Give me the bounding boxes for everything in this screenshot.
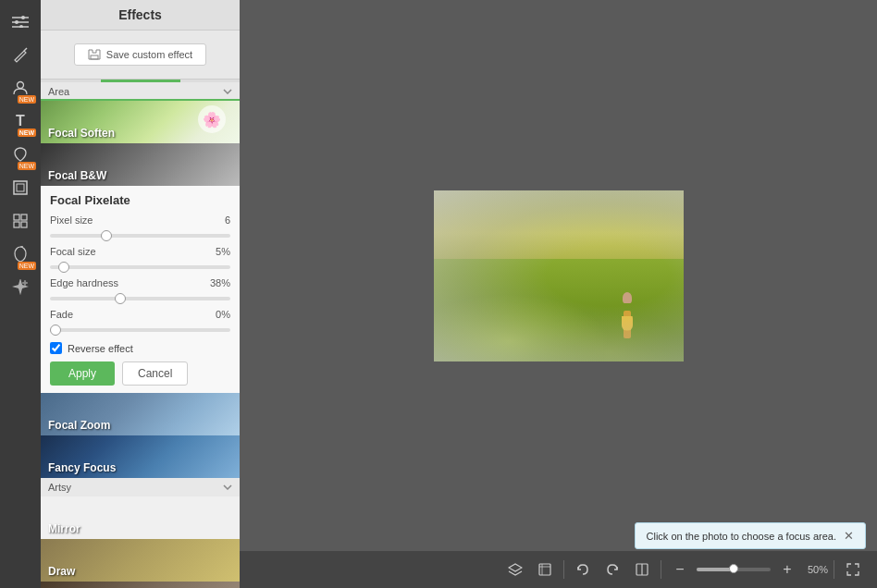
save-custom-effect-button[interactable]: Save custom effect xyxy=(74,43,206,66)
main-photo[interactable] xyxy=(434,190,684,361)
layers-button[interactable] xyxy=(502,557,528,582)
new-badge-food: NEW xyxy=(18,262,36,270)
undo-button[interactable] xyxy=(570,557,596,582)
fade-input[interactable] xyxy=(50,328,230,332)
pixel-size-input[interactable] xyxy=(50,234,230,238)
svg-rect-8 xyxy=(14,181,27,194)
edge-hardness-slider-row: Edge hardness 38% xyxy=(50,277,230,303)
pixel-size-label: Pixel size xyxy=(50,214,93,226)
film-grain-effect[interactable]: Film Grain xyxy=(41,582,240,588)
category-area-header: Area xyxy=(41,82,240,101)
fancy-focus-effect[interactable]: Fancy Focus xyxy=(41,435,240,478)
crop-button[interactable] xyxy=(532,557,558,582)
pixel-size-value: 6 xyxy=(225,214,230,226)
reverse-effect-row: Reverse effect xyxy=(50,342,230,354)
chevron-down-icon xyxy=(223,89,232,94)
focal-size-value: 5% xyxy=(216,246,230,257)
mirror-label: Mirror xyxy=(41,519,240,539)
focal-bw-label: Focal B&W xyxy=(41,165,240,186)
fade-value: 0% xyxy=(216,309,230,320)
main-canvas-area: Click on the photo to choose a focus are… xyxy=(240,0,877,588)
left-toolbar: NEW T NEW NEW NEW xyxy=(0,0,41,588)
reverse-effect-checkbox[interactable] xyxy=(50,342,62,354)
toolbar-separator-3 xyxy=(834,560,834,579)
svg-point-3 xyxy=(15,20,19,24)
effects-panel: Effects Save custom effect Area 🌸 xyxy=(41,0,240,588)
focal-size-input[interactable] xyxy=(50,265,230,269)
tooltip-text: Click on the photo to choose a focus are… xyxy=(647,531,836,542)
texture-tool[interactable] xyxy=(6,207,34,235)
effects-tool[interactable] xyxy=(6,274,34,301)
new-badge-text: NEW xyxy=(18,129,36,137)
apply-button[interactable]: Apply xyxy=(50,361,115,386)
edge-hardness-input[interactable] xyxy=(50,297,230,300)
svg-line-6 xyxy=(24,48,27,51)
focal-soften-label: Focal Soften xyxy=(41,123,240,143)
focal-pixelate-title: Focal Pixelate xyxy=(50,193,230,207)
fullscreen-button[interactable] xyxy=(840,557,866,582)
focal-soften-effect[interactable]: 🌸 Focal Soften xyxy=(41,101,240,143)
svg-rect-10 xyxy=(14,214,19,220)
svg-point-7 xyxy=(18,82,24,89)
focal-bw-effect[interactable]: Focal B&W xyxy=(41,143,240,186)
svg-point-5 xyxy=(19,25,23,28)
panel-title: Effects xyxy=(41,0,240,31)
focal-size-slider-row: Focal size 5% xyxy=(50,246,230,272)
draw-effect[interactable]: Draw xyxy=(41,539,240,582)
zoom-in-button[interactable]: + xyxy=(774,557,800,582)
bottom-toolbar: − + 50% xyxy=(240,551,877,588)
toolbar-separator-1 xyxy=(563,560,564,579)
photo-blur-overlay xyxy=(434,190,684,361)
redo-button[interactable] xyxy=(599,557,625,582)
draw-label: Draw xyxy=(41,561,240,582)
food-tool[interactable]: NEW xyxy=(6,240,34,268)
zoom-value: 50% xyxy=(808,564,828,575)
svg-rect-14 xyxy=(91,55,98,59)
frame-tool[interactable] xyxy=(6,174,34,202)
fancy-focus-label: Fancy Focus xyxy=(41,458,240,478)
new-badge-nature: NEW xyxy=(18,162,36,170)
film-grain-bg xyxy=(41,582,240,588)
focal-size-label: Focal size xyxy=(50,246,96,257)
edge-hardness-value: 38% xyxy=(210,277,230,288)
brush-tool[interactable] xyxy=(6,41,34,68)
toolbar-separator-2 xyxy=(661,560,661,579)
cancel-button[interactable]: Cancel xyxy=(122,361,188,386)
pixel-size-slider-row: Pixel size 6 xyxy=(50,214,230,240)
photo-container[interactable] xyxy=(434,190,684,361)
svg-rect-11 xyxy=(21,214,27,220)
focal-zoom-label: Focal Zoom xyxy=(41,415,240,435)
category-artsy-header: Artsy xyxy=(41,478,240,496)
compare-button[interactable] xyxy=(629,557,655,582)
svg-rect-12 xyxy=(14,222,19,227)
text-tool[interactable]: T NEW xyxy=(6,107,34,135)
nature-tool[interactable]: NEW xyxy=(6,141,34,168)
zoom-slider[interactable] xyxy=(697,568,771,571)
new-badge: NEW xyxy=(18,95,36,104)
tooltip-close-button[interactable]: ✕ xyxy=(844,529,854,543)
svg-rect-13 xyxy=(21,222,27,227)
apply-cancel-row: Apply Cancel xyxy=(50,361,230,386)
effects-scroll-area[interactable]: Area 🌸 Focal Soften Focal B&W Focal Pixe… xyxy=(41,82,240,588)
focal-pixelate-controls: Focal Pixelate Pixel size 6 Focal size 5… xyxy=(41,186,240,393)
svg-rect-9 xyxy=(17,184,24,191)
mirror-effect[interactable]: Mirror xyxy=(41,496,240,539)
canvas[interactable] xyxy=(240,0,877,551)
edge-hardness-label: Edge hardness xyxy=(50,277,118,288)
reverse-effect-label[interactable]: Reverse effect xyxy=(68,343,133,354)
focus-area-tooltip: Click on the photo to choose a focus are… xyxy=(635,522,866,549)
zoom-out-button[interactable]: − xyxy=(667,557,693,582)
svg-rect-15 xyxy=(539,564,550,575)
svg-point-1 xyxy=(21,16,25,19)
focal-zoom-effect[interactable]: Focal Zoom xyxy=(41,393,240,435)
chevron-down-artsy-icon xyxy=(223,484,232,490)
fade-slider-row: Fade 0% xyxy=(50,309,230,335)
filters-tool[interactable] xyxy=(6,7,34,35)
portrait-tool[interactable]: NEW xyxy=(6,74,34,102)
fade-label: Fade xyxy=(50,309,73,320)
